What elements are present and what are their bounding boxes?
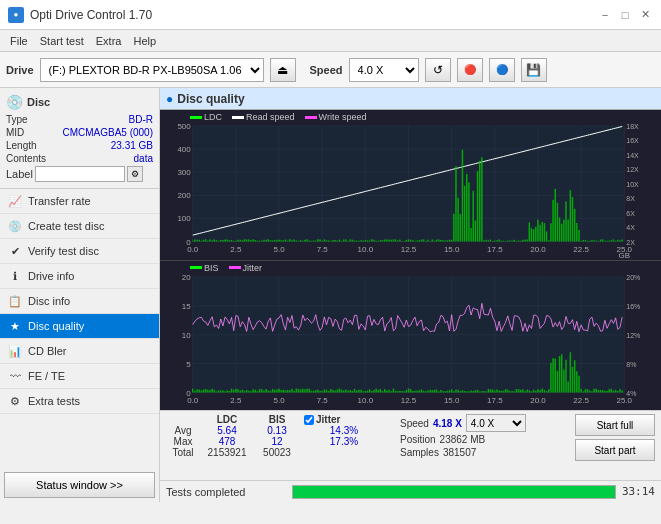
disc-quality-icon: ★ — [8, 319, 22, 333]
svg-text:20: 20 — [182, 272, 191, 281]
speed-select[interactable]: 4.0 X — [349, 58, 419, 82]
disc-length-row: Length 23.31 GB — [6, 140, 153, 151]
nav-item-label: Extra tests — [28, 395, 80, 407]
nav-item-label: Transfer rate — [28, 195, 91, 207]
save-button[interactable]: 💾 — [521, 58, 547, 82]
jitter-legend: Jitter — [229, 263, 263, 273]
disc-panel-title: Disc — [27, 96, 50, 108]
menu-file[interactable]: File — [4, 33, 34, 49]
nav-item-extra-tests[interactable]: ⚙ Extra tests — [0, 389, 159, 414]
speed-position-info: Speed 4.18 X 4.0 X Position 23862 MB Sam… — [400, 414, 526, 458]
ldc-avg: 5.64 — [204, 425, 250, 436]
menu-start-test[interactable]: Start test — [34, 33, 90, 49]
svg-text:5: 5 — [186, 359, 191, 368]
disc-label-row: Label ⚙ — [6, 166, 153, 182]
position-label: Position — [400, 434, 436, 445]
ldc-legend: LDC — [190, 112, 222, 122]
close-button[interactable]: ✕ — [637, 7, 653, 23]
svg-text:8%: 8% — [626, 360, 636, 367]
toolbar-btn-1[interactable]: 🔴 — [457, 58, 483, 82]
disc-contents-row: Contents data — [6, 153, 153, 164]
status-window-button[interactable]: Status window >> — [4, 472, 155, 498]
svg-text:200: 200 — [177, 191, 191, 200]
disc-mid-val: CMCMAGBA5 (000) — [62, 127, 153, 138]
jitter-checkbox[interactable] — [304, 415, 314, 425]
jitter-avg: 14.3% — [304, 425, 384, 436]
disc-type-val: BD-R — [129, 114, 153, 125]
titlebar: ● Opti Drive Control 1.70 − □ ✕ — [0, 0, 661, 30]
svg-text:17.5: 17.5 — [487, 245, 503, 254]
nav-item-label: Verify test disc — [28, 245, 99, 257]
nav-item-disc-info[interactable]: 📋 Disc info — [0, 289, 159, 314]
stats-table: LDC BIS Jitter Avg 5.64 0.13 14.3% Max 4… — [166, 414, 384, 458]
disc-info-panel: 💿 Disc Type BD-R MID CMCMAGBA5 (000) Len… — [0, 88, 159, 189]
nav-item-fe-te[interactable]: 〰 FE / TE — [0, 364, 159, 389]
toolbar-btn-2[interactable]: 🔵 — [489, 58, 515, 82]
status-text: Tests completed — [166, 486, 286, 498]
nav-menu: 📈 Transfer rate 💿 Create test disc ✔ Ver… — [0, 189, 159, 468]
svg-text:22.5: 22.5 — [573, 395, 589, 404]
max-label: Max — [166, 436, 200, 447]
nav-item-drive-info[interactable]: ℹ Drive info — [0, 264, 159, 289]
svg-text:8X: 8X — [626, 195, 635, 202]
svg-text:17.5: 17.5 — [487, 395, 503, 404]
nav-item-create-test-disc[interactable]: 💿 Create test disc — [0, 214, 159, 239]
nav-item-disc-quality[interactable]: ★ Disc quality — [0, 314, 159, 339]
app-icon: ● — [8, 7, 24, 23]
speed-stat-val: 4.18 X — [433, 418, 462, 429]
start-full-button[interactable]: Start full — [575, 414, 655, 436]
svg-text:4%: 4% — [626, 389, 636, 396]
bis-avg: 0.13 — [254, 425, 300, 436]
verify-test-disc-icon: ✔ — [8, 244, 22, 258]
position-val: 23862 MB — [440, 434, 486, 445]
disc-length-val: 23.31 GB — [111, 140, 153, 151]
nav-item-cd-bler[interactable]: 📊 CD Bler — [0, 339, 159, 364]
svg-text:16X: 16X — [626, 137, 639, 144]
menu-extra[interactable]: Extra — [90, 33, 128, 49]
start-part-button[interactable]: Start part — [575, 439, 655, 461]
nav-item-transfer-rate[interactable]: 📈 Transfer rate — [0, 189, 159, 214]
svg-text:6X: 6X — [626, 210, 635, 217]
cd-bler-icon: 📊 — [8, 344, 22, 358]
disc-label-input[interactable] — [35, 166, 125, 182]
disc-label-button[interactable]: ⚙ — [127, 166, 143, 182]
time-display: 33:14 — [622, 485, 655, 498]
svg-text:10.0: 10.0 — [358, 245, 374, 254]
nav-item-label: Disc quality — [28, 320, 84, 332]
progress-bar-fill — [293, 486, 615, 498]
svg-text:2.5: 2.5 — [230, 245, 242, 254]
bis-legend: BIS — [190, 263, 219, 273]
transfer-rate-icon: 📈 — [8, 194, 22, 208]
minimize-button[interactable]: − — [597, 7, 613, 23]
speed-stat-select[interactable]: 4.0 X — [466, 414, 526, 432]
disc-info-icon: 📋 — [8, 294, 22, 308]
svg-text:12.5: 12.5 — [401, 245, 417, 254]
nav-item-verify-test-disc[interactable]: ✔ Verify test disc — [0, 239, 159, 264]
svg-text:15.0: 15.0 — [444, 395, 460, 404]
svg-text:400: 400 — [177, 145, 191, 154]
svg-text:2X: 2X — [626, 239, 635, 246]
disc-mid-row: MID CMCMAGBA5 (000) — [6, 127, 153, 138]
disc-quality-header: ● Disc quality — [160, 88, 661, 110]
maximize-button[interactable]: □ — [617, 7, 633, 23]
bottom-chart: BIS Jitter 201510500.02.55.07.510.012.51… — [160, 261, 661, 411]
bis-total: 50023 — [254, 447, 300, 458]
svg-text:500: 500 — [177, 122, 191, 131]
jitter-header: Jitter — [316, 414, 340, 425]
drive-info-icon: ℹ — [8, 269, 22, 283]
speed-label: Speed — [310, 64, 343, 76]
speed-refresh-button[interactable]: ↺ — [425, 58, 451, 82]
disc-quality-title: Disc quality — [177, 92, 244, 106]
create-test-disc-icon: 💿 — [8, 219, 22, 233]
nav-item-label: Create test disc — [28, 220, 104, 232]
avg-label: Avg — [166, 425, 200, 436]
read-speed-legend: Read speed — [232, 112, 295, 122]
top-chart: LDC Read speed Write speed 5004003002001… — [160, 110, 661, 261]
svg-text:10: 10 — [182, 330, 191, 339]
drive-select[interactable]: (F:) PLEXTOR BD-R PX-LB950SA 1.06 — [40, 58, 264, 82]
fe-te-icon: 〰 — [8, 369, 22, 383]
menu-help[interactable]: Help — [127, 33, 162, 49]
action-buttons: Start full Start part — [575, 414, 655, 461]
eject-button[interactable]: ⏏ — [270, 58, 296, 82]
menubar: File Start test Extra Help — [0, 30, 661, 52]
